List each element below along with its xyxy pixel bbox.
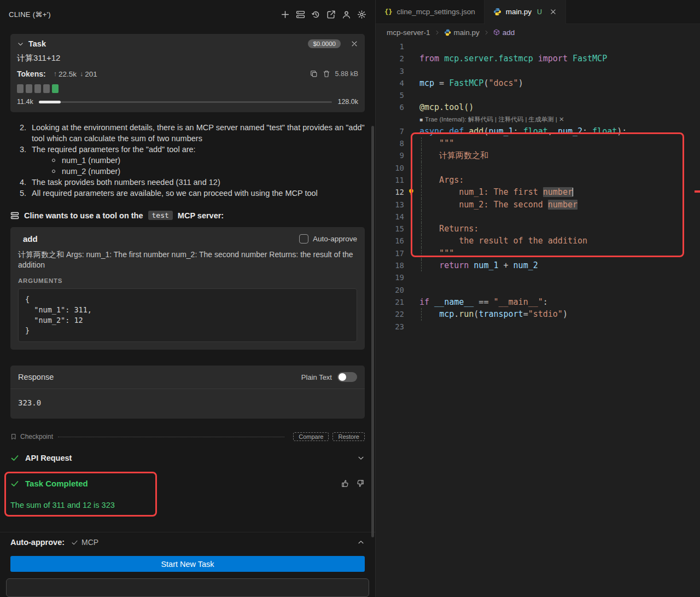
code-line[interactable]: 13 num_2: The second number xyxy=(376,199,700,211)
code-line[interactable]: 21if __name__ == "__main__": xyxy=(376,296,700,308)
code-line[interactable]: 9 计算两数之和 xyxy=(376,149,700,161)
line-number[interactable]: 12 xyxy=(376,186,404,198)
line-number[interactable]: 22 xyxy=(376,308,404,320)
code-line[interactable]: 11 Args: xyxy=(376,174,700,186)
mcp-server-icon[interactable] xyxy=(296,10,305,19)
compare-button[interactable]: Compare xyxy=(293,432,329,441)
thumbs-up-icon[interactable] xyxy=(341,479,349,488)
tab-main-py[interactable]: main.py U xyxy=(485,0,566,24)
plus-icon[interactable] xyxy=(281,10,290,19)
server-badge: test xyxy=(148,211,173,220)
code-line[interactable]: 10 xyxy=(376,162,700,174)
settings-icon[interactable] xyxy=(357,10,366,19)
code-line[interactable]: 23 xyxy=(376,321,700,333)
code-line[interactable]: 16 the result of the addition xyxy=(376,235,700,247)
chat-scroll-area[interactable]: Task $0.0000 计算311+12 Tokens: ↑ 22.5k ↓ … xyxy=(0,28,375,532)
code-line[interactable]: 12 num_1: The first number xyxy=(376,186,700,198)
line-number[interactable]: 13 xyxy=(376,199,404,211)
line-number[interactable]: 19 xyxy=(376,271,404,283)
context-block xyxy=(43,84,50,93)
line-number[interactable]: 3 xyxy=(376,65,404,77)
auto-approve-checkbox[interactable] xyxy=(299,234,308,244)
auto-approve-footer-value: MCP xyxy=(81,538,98,547)
code-line[interactable]: 1 xyxy=(376,40,700,53)
scrollbar-thumb[interactable] xyxy=(371,126,374,537)
auto-approve-label: Auto-approve xyxy=(313,235,357,243)
breadcrumb-file[interactable]: main.py xyxy=(444,28,480,37)
line-number[interactable]: 18 xyxy=(376,259,404,271)
cache-size: 5.88 kB xyxy=(335,70,358,78)
checkpoint-row: Checkpoint Compare Restore xyxy=(10,432,365,441)
cost-badge[interactable]: $0.0000 xyxy=(308,39,341,48)
code-line[interactable]: 19 xyxy=(376,271,700,283)
codelens-text[interactable]: Trae (Internal): 解释代码 | 注释代码 | 生成单测 | ✕ xyxy=(425,116,564,123)
line-number[interactable]: 7 xyxy=(376,125,404,137)
chevron-down-icon[interactable] xyxy=(357,454,365,462)
chevron-up-icon[interactable] xyxy=(357,538,365,546)
check-icon xyxy=(10,479,19,488)
close-icon[interactable] xyxy=(550,8,557,15)
breadcrumb-separator-icon xyxy=(434,30,440,36)
code-line[interactable]: 14 xyxy=(376,211,700,223)
code-line[interactable]: 5 xyxy=(376,89,700,101)
line-number[interactable]: 16 xyxy=(376,235,404,247)
tab-cline-mcp-settings[interactable]: {} cline_mcp_settings.json xyxy=(376,0,485,24)
context-used: 11.4k xyxy=(17,98,33,106)
tokens-in-value: 22.5k xyxy=(59,70,77,78)
task-collapse-chevron-icon[interactable] xyxy=(17,40,24,48)
trash-icon[interactable] xyxy=(323,70,330,78)
code-line[interactable]: 8 """ xyxy=(376,137,700,149)
line-number[interactable]: 17 xyxy=(376,247,404,259)
list-item-number: 4. xyxy=(20,177,32,188)
line-number[interactable]: 15 xyxy=(376,223,404,235)
code-line[interactable]: 2from mcp.server.fastmcp import FastMCP xyxy=(376,53,700,65)
code-line[interactable]: 18 return num_1 + num_2 xyxy=(376,259,700,271)
api-request-row[interactable]: API Request xyxy=(10,454,365,462)
code-text: """ xyxy=(419,137,454,149)
context-progressbar[interactable] xyxy=(39,101,332,103)
code-line[interactable]: 4mcp = FastMCP("docs") xyxy=(376,77,700,89)
python-icon xyxy=(444,29,451,36)
open-in-editor-icon[interactable] xyxy=(326,10,336,19)
line-number[interactable]: 21 xyxy=(376,296,404,308)
line-number[interactable]: 8 xyxy=(376,137,404,149)
history-icon[interactable] xyxy=(311,10,320,19)
line-number[interactable]: 10 xyxy=(376,162,404,174)
breadcrumb-symbol[interactable]: add xyxy=(493,28,515,37)
line-number[interactable]: 20 xyxy=(376,284,404,296)
lightbulb-icon[interactable] xyxy=(407,188,415,196)
line-number[interactable]: 6 xyxy=(376,101,404,113)
code-line[interactable]: 3 xyxy=(376,65,700,77)
codelens-actions[interactable]: ■Trae (Internal): 解释代码 | 注释代码 | 生成单测 | ✕ xyxy=(419,114,700,125)
copy-icon[interactable] xyxy=(310,70,318,78)
tool-heading-suffix: MCP server: xyxy=(178,211,224,220)
code-line[interactable]: 20 xyxy=(376,284,700,296)
code-area[interactable]: 12from mcp.server.fastmcp import FastMCP… xyxy=(376,40,700,333)
line-number[interactable]: 2 xyxy=(376,53,404,65)
thumbs-down-icon[interactable] xyxy=(357,479,365,488)
line-number[interactable]: 11 xyxy=(376,174,404,186)
start-new-task-button[interactable]: Start New Task xyxy=(10,556,365,572)
check-icon xyxy=(71,539,78,546)
check-icon xyxy=(10,454,19,462)
chat-input[interactable] xyxy=(6,578,369,597)
code-line[interactable]: 7async def add(num_1: float, num_2: floa… xyxy=(376,125,700,137)
list-item: 3.The required parameters for the "add" … xyxy=(10,144,365,155)
arguments-label: ARGUMENTS xyxy=(18,277,357,284)
task-close-icon[interactable] xyxy=(351,40,358,48)
breadcrumb-folder[interactable]: mcp-server-1 xyxy=(387,28,430,37)
line-number[interactable]: 14 xyxy=(376,211,404,223)
line-number[interactable]: 4 xyxy=(376,77,404,89)
code-line[interactable]: 17 """ xyxy=(376,247,700,259)
restore-button[interactable]: Restore xyxy=(332,432,365,441)
line-number[interactable]: 5 xyxy=(376,89,404,101)
account-icon[interactable] xyxy=(342,10,351,19)
code-line[interactable]: 6@mcp.tool() xyxy=(376,101,700,113)
line-number[interactable]: 23 xyxy=(376,321,404,333)
code-line[interactable]: 22 mcp.run(transport="stdio") xyxy=(376,308,700,320)
plain-text-toggle[interactable] xyxy=(337,372,357,382)
line-number[interactable]: 1 xyxy=(376,40,404,53)
code-line[interactable]: 15 Returns: xyxy=(376,223,700,235)
checkpoint-divider xyxy=(58,437,284,437)
line-number[interactable]: 9 xyxy=(376,149,404,161)
